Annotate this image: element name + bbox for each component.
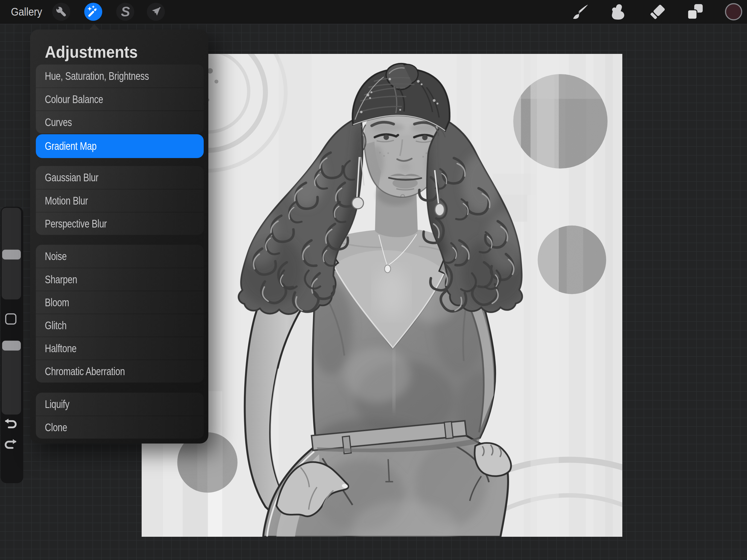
svg-text:S: S — [121, 4, 130, 19]
